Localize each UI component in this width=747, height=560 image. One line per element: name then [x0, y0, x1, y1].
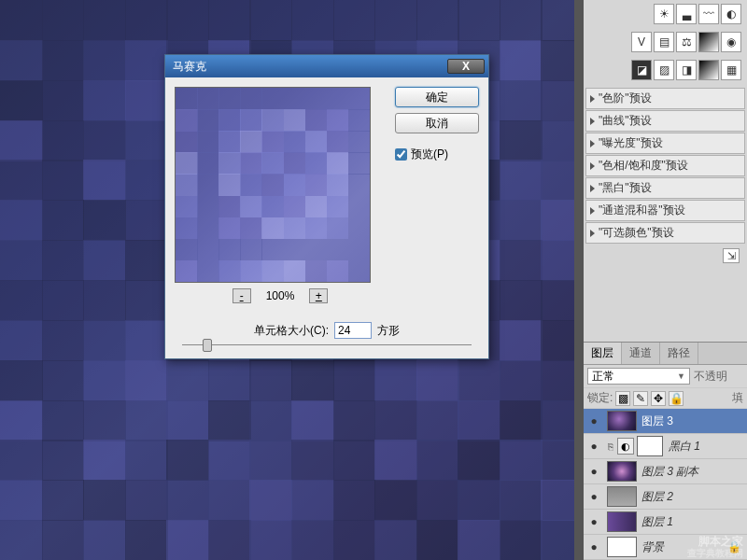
- zoom-in-button[interactable]: +: [309, 288, 328, 303]
- gradmap-icon[interactable]: [698, 60, 719, 80]
- lock-pixels-icon[interactable]: ✎: [633, 391, 648, 406]
- preview-mosaic: [176, 88, 370, 282]
- gradient-icon[interactable]: [698, 32, 719, 52]
- dialog-title: 马赛克: [173, 59, 206, 75]
- tab-paths[interactable]: 路径: [660, 343, 698, 364]
- zoom-out-button[interactable]: -: [233, 288, 251, 303]
- adjustment-row-1: ☀ ▃ 〰 ◐: [584, 0, 747, 28]
- visibility-eye-icon[interactable]: ●: [584, 440, 604, 453]
- colorize-icon[interactable]: ▦: [721, 60, 741, 80]
- lock-position-icon[interactable]: ✥: [651, 391, 666, 406]
- brightness-icon[interactable]: ☀: [654, 4, 674, 24]
- dialog-titlebar[interactable]: 马赛克 X: [165, 55, 488, 77]
- preset-item[interactable]: "曲线"预设: [585, 110, 745, 132]
- layer-row[interactable]: ●⎘◐黑白 1: [584, 434, 747, 459]
- preset-toggle-icon[interactable]: ⇲: [723, 248, 740, 263]
- adjustment-icon: ◐: [617, 438, 634, 455]
- minus-icon: -: [240, 289, 244, 302]
- cell-size-input[interactable]: [334, 322, 372, 339]
- preset-item[interactable]: "色相/饱和度"预设: [585, 155, 745, 176]
- tab-layers[interactable]: 图层: [584, 343, 622, 364]
- layers-panel: 图层 通道 路径 正常 ▼ 不透明 锁定: ▩ ✎ ✥ 🔒 填 ●图层 3●⎘◐…: [584, 342, 747, 560]
- lut-icon[interactable]: ◉: [721, 32, 741, 52]
- cell-size-row: 单元格大小(C): 方形: [165, 318, 488, 343]
- panel-divider[interactable]: [574, 0, 584, 560]
- invert-icon[interactable]: ◪: [631, 60, 652, 80]
- layer-row[interactable]: ●图层 3 副本: [584, 459, 747, 484]
- right-panel-column: ☀ ▃ 〰 ◐ V ▤ ⚖ ◉ ◪ ▨ ◨ ▦ "色阶"预设"曲线"预设"曝光度…: [583, 0, 747, 560]
- visibility-eye-icon[interactable]: ●: [584, 540, 604, 553]
- lock-label: 锁定:: [587, 390, 613, 406]
- layer-thumb[interactable]: [607, 511, 637, 532]
- disclosure-triangle-icon: [590, 118, 595, 125]
- levels-icon[interactable]: ▃: [676, 4, 697, 24]
- selective-icon[interactable]: ◨: [676, 60, 697, 80]
- slider-thumb[interactable]: [203, 339, 212, 352]
- preview-checkbox-label: 预览(P): [411, 147, 448, 162]
- blend-mode-value: 正常: [592, 369, 614, 385]
- preset-item[interactable]: "曝光度"预设: [585, 133, 745, 154]
- disclosure-triangle-icon: [590, 185, 595, 192]
- preview-checkbox-row[interactable]: 预览(P): [395, 139, 479, 162]
- opacity-label: 不透明: [694, 369, 727, 385]
- layer-thumb[interactable]: [607, 411, 637, 431]
- preset-label: "可选颜色"预设: [599, 225, 674, 241]
- close-button[interactable]: X: [447, 59, 485, 74]
- dialog-buttons: 确定 取消 预览(P): [395, 87, 479, 309]
- layer-thumb[interactable]: [607, 537, 637, 557]
- cell-size-slider[interactable]: [165, 343, 488, 358]
- preset-item[interactable]: "可选颜色"预设: [585, 222, 745, 244]
- preset-item[interactable]: "通道混和器"预设: [585, 200, 745, 221]
- curves-icon[interactable]: 〰: [698, 4, 719, 24]
- preset-label: "曲线"预设: [599, 113, 652, 129]
- blend-mode-select[interactable]: 正常 ▼: [587, 368, 690, 385]
- adjustment-row-2: V ▤ ⚖ ◉: [584, 28, 747, 56]
- close-icon: X: [462, 60, 470, 73]
- lock-transparent-icon[interactable]: ▩: [615, 391, 630, 406]
- preset-label: "色阶"预设: [599, 91, 652, 106]
- layer-row[interactable]: ●图层 1: [584, 510, 747, 535]
- layer-row[interactable]: ●图层 3: [584, 409, 747, 434]
- fill-label: 填: [732, 390, 743, 406]
- disclosure-triangle-icon: [590, 162, 595, 170]
- cell-size-label: 单元格大小(C):: [254, 323, 329, 339]
- disclosure-triangle-icon: [590, 95, 595, 103]
- ok-button[interactable]: 确定: [395, 87, 479, 107]
- preset-item[interactable]: "黑白"预设: [585, 177, 745, 199]
- tab-channels[interactable]: 通道: [622, 343, 660, 364]
- preset-label: "曝光度"预设: [599, 135, 663, 151]
- preset-item[interactable]: "色阶"预设: [585, 88, 745, 109]
- watermark: 脚本之家 查字典教程网: [687, 536, 743, 558]
- mosaic-dialog: 马赛克 X - 100% + 确定 取消 预览(P) 单元格大小(C): 方形: [164, 54, 489, 359]
- disclosure-triangle-icon: [590, 140, 595, 147]
- cancel-button[interactable]: 取消: [395, 113, 479, 133]
- layer-thumb[interactable]: [607, 461, 637, 482]
- exposure-icon[interactable]: ◐: [721, 4, 741, 24]
- cell-size-unit: 方形: [377, 323, 400, 339]
- balance-icon[interactable]: ⚖: [676, 32, 697, 52]
- zoom-controls: - 100% +: [175, 283, 386, 309]
- vibrance-icon[interactable]: V: [631, 32, 652, 52]
- zoom-value: 100%: [266, 289, 295, 302]
- slider-track: [182, 344, 472, 345]
- visibility-eye-icon[interactable]: ●: [584, 515, 604, 528]
- chevron-down-icon: ▼: [677, 371, 685, 381]
- layer-thumb[interactable]: [607, 486, 637, 507]
- adjustment-row-3: ◪ ▨ ◨ ▦: [584, 56, 747, 84]
- preview-checkbox[interactable]: [395, 148, 407, 161]
- preset-label: "黑白"预设: [599, 180, 652, 196]
- visibility-eye-icon[interactable]: ●: [584, 465, 604, 478]
- threshold-icon[interactable]: ▤: [654, 32, 674, 52]
- layer-name: 图层 3 副本: [640, 464, 698, 480]
- preview-column: - 100% +: [175, 87, 386, 309]
- layer-row[interactable]: ●图层 2: [584, 484, 747, 510]
- filter-preview[interactable]: [175, 87, 371, 283]
- dialog-body: - 100% + 确定 取消 预览(P): [165, 77, 488, 318]
- posterize-icon[interactable]: ▨: [654, 60, 674, 80]
- link-icon: ⎘: [604, 441, 617, 452]
- disclosure-triangle-icon: [590, 207, 595, 215]
- visibility-eye-icon[interactable]: ●: [584, 414, 604, 427]
- lock-all-icon[interactable]: 🔒: [669, 391, 684, 406]
- visibility-eye-icon[interactable]: ●: [584, 490, 604, 503]
- mask-thumb[interactable]: [637, 436, 663, 456]
